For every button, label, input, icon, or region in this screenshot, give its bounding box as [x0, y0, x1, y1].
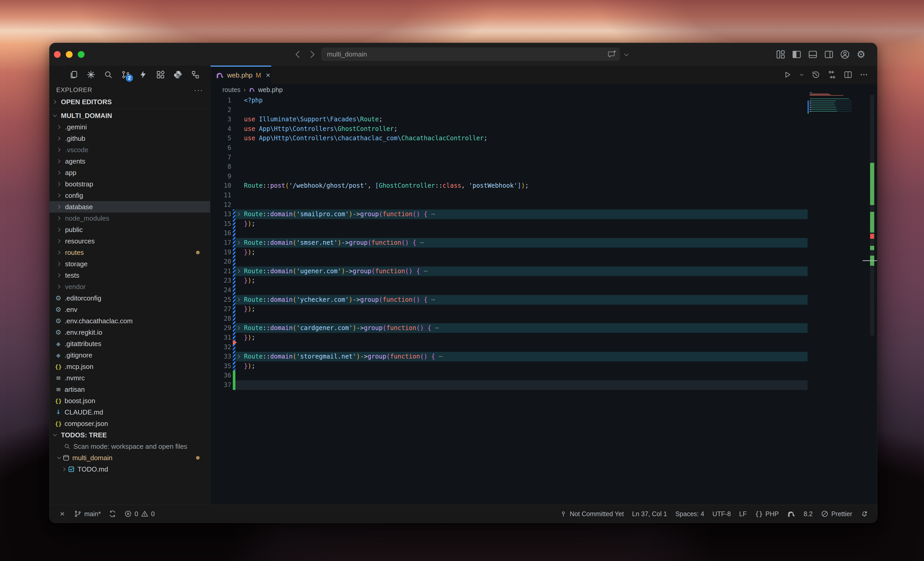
fold-chevron-icon[interactable]	[236, 268, 242, 274]
status-php-tools[interactable]	[787, 510, 795, 517]
tree-item-public[interactable]: public	[50, 224, 210, 236]
symbols-icon[interactable]	[190, 70, 200, 80]
tree-item--gitignore[interactable]: ◆.gitignore	[50, 350, 210, 361]
navigate-forward-button[interactable]	[308, 50, 317, 59]
status-php-version[interactable]: 8.2	[804, 510, 813, 518]
todos-scan-mode[interactable]: Scan mode: workspace and open files	[50, 441, 210, 452]
tree-item-boost-json[interactable]: {}boost.json	[50, 395, 210, 406]
tree-item-node-modules[interactable]: node_modules	[50, 213, 210, 224]
code-line-33[interactable]: 33Route::domain('storegmail.net')->group…	[210, 352, 808, 362]
tree-item--env-chacathaclac-com[interactable]: ⚙.env.chacathaclac.com	[50, 315, 210, 327]
chevron-down-icon[interactable]	[623, 51, 630, 58]
account-icon[interactable]	[839, 49, 850, 60]
code-line-4[interactable]: 4use App\Http\Controllers\GhostControlle…	[210, 124, 808, 134]
status-encoding[interactable]: UTF-8	[712, 510, 731, 518]
python-icon[interactable]	[173, 70, 183, 80]
code-line-16[interactable]: 16	[210, 228, 808, 238]
status-notifications[interactable]	[861, 510, 868, 518]
status-problems[interactable]: 00	[124, 510, 155, 518]
code-line-9[interactable]: 9	[210, 172, 808, 181]
tree-item-claude-md[interactable]: CLAUDE.md	[50, 406, 210, 418]
tree-item--editorconfig[interactable]: ⚙.editorconfig	[50, 292, 210, 304]
run-dropdown-button[interactable]	[799, 72, 804, 78]
breadcrumb[interactable]: routes › web.php	[210, 84, 877, 96]
status-sync[interactable]	[109, 510, 116, 518]
todos-workspace-multi-domain[interactable]: multi_domain	[50, 452, 210, 464]
tree-item--github[interactable]: .github	[50, 133, 210, 144]
code-line-32[interactable]: 32	[210, 342, 808, 352]
status-commit-status[interactable]: Not Committed Yet	[560, 510, 624, 518]
tree-item-agents[interactable]: agents	[50, 156, 210, 167]
status-prettier[interactable]: Prettier	[821, 510, 852, 518]
status-cursor-position[interactable]: Ln 37, Col 1	[632, 510, 667, 518]
layout-customize-icon[interactable]	[775, 49, 786, 60]
code-line-31[interactable]: 31});	[210, 333, 808, 342]
code-line-10[interactable]: 10Route::post('/webhook/ghost/post', [Gh…	[210, 181, 808, 190]
code-line-28[interactable]: 28	[210, 314, 808, 324]
code-line-37[interactable]: 37	[210, 380, 808, 390]
code-line-8[interactable]: 8	[210, 162, 808, 172]
code-line-11[interactable]: 11	[210, 190, 808, 200]
extensions-icon[interactable]	[156, 70, 165, 80]
status-git-branch[interactable]: main*	[74, 510, 101, 518]
tree-item--env[interactable]: ⚙.env	[50, 304, 210, 315]
todos-tree-section[interactable]: TODOS: TREE	[50, 429, 210, 441]
code-line-20[interactable]: 20	[210, 257, 808, 267]
search-icon[interactable]	[104, 70, 113, 80]
code-line-27[interactable]: 27});	[210, 304, 808, 314]
tree-item-composer-json[interactable]: {}composer.json	[50, 418, 210, 429]
minimize-window-button[interactable]	[66, 51, 73, 58]
code-line-3[interactable]: 3use Illuminate\Support\Facades\Route;	[210, 115, 808, 124]
breadcrumb-file[interactable]: web.php	[258, 86, 283, 94]
tree-item-database[interactable]: database	[50, 201, 210, 213]
code-line-13[interactable]: 13Route::domain('smailpro.com')->group(f…	[210, 210, 808, 219]
code-line-24[interactable]: 24	[210, 285, 808, 295]
status-indentation[interactable]: Spaces: 4	[675, 510, 704, 518]
code-line-7[interactable]: 7	[210, 153, 808, 162]
tree-item-bootstrap[interactable]: bootstrap	[50, 178, 210, 190]
tree-item-tests[interactable]: tests	[50, 270, 210, 281]
breadcrumb-folder[interactable]: routes	[222, 86, 240, 94]
split-editor-button[interactable]	[843, 70, 853, 80]
tree-item-storage[interactable]: storage	[50, 258, 210, 270]
code-line-19[interactable]: 19});	[210, 248, 808, 257]
open-editors-section[interactable]: OPEN EDITORS	[50, 96, 210, 108]
zap-icon[interactable]	[138, 70, 148, 80]
tree-item-artisan[interactable]: ≡artisan	[50, 384, 210, 395]
fold-chevron-icon[interactable]	[236, 297, 242, 303]
tree-item-config[interactable]: config	[50, 190, 210, 201]
tab-web-php[interactable]: web.php M ×	[210, 66, 271, 84]
tree-item--vscode[interactable]: .vscode	[50, 144, 210, 156]
settings-gear-icon[interactable]: ⚙	[855, 49, 867, 60]
tree-item--gitattributes[interactable]: ◆.gitattributes	[50, 338, 210, 350]
status-language-mode[interactable]: {}PHP	[755, 510, 779, 518]
fold-chevron-icon[interactable]	[236, 325, 242, 331]
zoom-window-button[interactable]	[78, 51, 84, 58]
code-line-5[interactable]: 5use App\Http\Controllers\chacathaclac_c…	[210, 134, 808, 143]
tree-item--gemini[interactable]: .gemini	[50, 122, 210, 133]
code-line-35[interactable]: 35});	[210, 362, 808, 371]
status-eol[interactable]: LF	[739, 510, 747, 518]
fold-chevron-icon[interactable]	[236, 240, 242, 246]
code-line-6[interactable]: 6	[210, 143, 808, 153]
fold-chevron-icon[interactable]	[236, 353, 242, 360]
explorer-more-actions-icon[interactable]: ···	[194, 86, 203, 94]
close-window-button[interactable]	[54, 51, 61, 58]
code-line-21[interactable]: 21Route::domain('ugener.com')->group(fun…	[210, 267, 808, 276]
panel-bottom-icon[interactable]	[807, 49, 819, 60]
code-line-17[interactable]: 17Route::domain('smser.net')->group(func…	[210, 238, 808, 248]
chat-sparkle-icon[interactable]	[608, 50, 616, 58]
status-remote[interactable]	[58, 510, 66, 518]
tree-item-vendor[interactable]: vendor	[50, 281, 210, 292]
timeline-button[interactable]	[811, 70, 820, 80]
explorer-files-icon[interactable]	[69, 70, 78, 80]
command-center-search[interactable]: multi_domain	[321, 48, 620, 61]
source-control-icon[interactable]: 2	[121, 70, 130, 80]
tree-item--nvmrc[interactable]: ≡.nvmrc	[50, 372, 210, 384]
more-actions-button[interactable]	[860, 70, 868, 79]
fold-chevron-icon[interactable]	[236, 211, 242, 217]
tree-item-routes[interactable]: routes	[50, 247, 210, 258]
todos-file-todo-md[interactable]: TODO.md	[50, 464, 210, 475]
code-editor[interactable]: 1<?php23use Illuminate\Support\Facades\R…	[210, 96, 877, 505]
panel-right-icon[interactable]	[823, 49, 834, 60]
